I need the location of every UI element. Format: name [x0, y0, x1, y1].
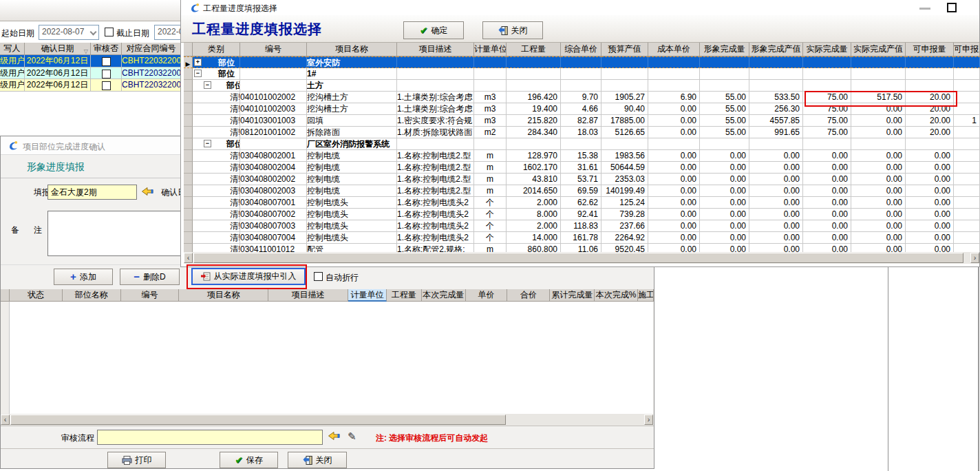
scroll-right-icon[interactable]: › — [644, 415, 653, 425]
edit-pen-icon[interactable]: ✎ — [348, 430, 356, 443]
cell-category: 清! — [193, 150, 240, 162]
ok-button[interactable]: ✔ 确定 — [403, 21, 464, 39]
close-button[interactable]: 关闭 — [482, 21, 543, 39]
collapse-minus-icon[interactable]: − — [204, 140, 211, 147]
print-button[interactable]: 打印 — [107, 452, 166, 468]
cell-cost-price: 0.00 — [648, 197, 700, 209]
grid-row[interactable]: 清!030408007002控制电缆头1.名称:控制电缆头2个8.00092.4… — [184, 209, 980, 220]
close-button[interactable]: 关闭 — [288, 452, 347, 468]
cell-claim-qty: 0.00 — [906, 174, 954, 185]
cell-actual-value: 0.00 — [851, 174, 906, 185]
audit-checkbox[interactable] — [102, 81, 111, 90]
grid-row[interactable]: 清!030408007001控制电缆头1.名称:控制电缆头2个2.00062.6… — [184, 197, 980, 209]
grid-row[interactable]: ▶+部位室外安防 — [184, 56, 980, 68]
cell-name: 室外安防 — [307, 56, 397, 68]
bg-table-row[interactable]: 级用户2022年06月12日CBHT220322002 — [0, 55, 181, 67]
grid-row[interactable]: 清!040103001003回填1.密实度要求:符合规m3215.82082.8… — [184, 115, 980, 127]
chevron-down-icon — [90, 29, 97, 36]
bg-table-row[interactable]: 级用户2022年06月12日CBHT220322002 — [0, 67, 181, 80]
dialog-titlebar[interactable]: 工程量进度填报选择 — [181, 0, 979, 15]
grid-header-desc[interactable]: 项目描述 — [397, 43, 474, 56]
grid-header-actual-value[interactable]: 实际完成产值 — [851, 43, 906, 56]
grid-row[interactable]: 清!081201001002拆除路面1.材质:拆除现状路面m2284.34018… — [184, 127, 980, 138]
bg-header-confirm-date[interactable]: 确认日期▽ — [25, 43, 91, 55]
bg-header-contract-no[interactable]: 对应合同编号 — [122, 43, 181, 55]
grid-header-unit[interactable]: 计量单位 — [474, 43, 507, 56]
cell-desc: 1.名称:控制电缆头2 — [397, 209, 474, 220]
cell-user: 级用户 — [0, 67, 25, 80]
grid-row[interactable]: 清!030408002003控制电缆1.名称:控制电缆2.型m2014.6506… — [184, 185, 980, 197]
confirm-header-cumulative-qty[interactable]: 累计完成量 — [550, 289, 595, 302]
confirm-header-construction[interactable]: 施工 — [638, 289, 654, 302]
confirm-header-current-pct[interactable]: 本次完成% — [595, 289, 638, 302]
cell-qty: 8.000 — [507, 209, 561, 220]
start-date-combo[interactable]: 2022-08-07 — [39, 25, 99, 40]
end-date-checkbox[interactable] — [105, 28, 114, 36]
grid-header-img-value[interactable]: 形象完成产值 — [749, 43, 803, 56]
confirm-header-unit[interactable]: 计量单位 — [348, 289, 387, 302]
save-button[interactable]: ✔ 保存 — [220, 452, 278, 468]
confirm-header-code[interactable]: 编号 — [121, 289, 180, 302]
confirm-header-unit-price[interactable]: 单价 — [466, 289, 508, 302]
confirm-header-name[interactable]: 项目名称 — [179, 289, 268, 302]
confirm-grid-body[interactable] — [1, 302, 653, 414]
grid-row[interactable]: 清!030408007004控制电缆头1.名称:控制电缆头2个14.000161… — [184, 232, 980, 244]
grid-row[interactable]: 清!030408007003控制电缆头1.名称:控制电缆头2个2.000118.… — [184, 220, 980, 232]
grid-header-name[interactable]: 项目名称 — [307, 43, 397, 56]
grid-row[interactable]: −部位厂区室外消防报警系统 — [184, 138, 980, 150]
grid-row[interactable]: −部位土方 — [184, 80, 980, 92]
cell-selector: ▶ — [184, 56, 193, 68]
delete-button[interactable]: − 删除D — [120, 269, 180, 285]
cell-selector — [184, 185, 193, 197]
grid-row[interactable]: 清!030408002002控制电缆1.名称:控制电缆2.型m43.81053.… — [184, 174, 980, 185]
hand-picker-icon[interactable] — [142, 187, 153, 197]
audit-checkbox[interactable] — [102, 70, 111, 78]
confirm-header-desc[interactable]: 项目描述 — [268, 289, 348, 302]
grid-row[interactable]: −部位1# — [184, 68, 980, 80]
sort-filter-icon[interactable]: ▽ — [84, 45, 88, 55]
grid-header-claim-qty[interactable]: 可申报量 — [906, 43, 954, 56]
grid-header-actual-qty[interactable]: 实际完成量 — [803, 43, 851, 56]
confirm-header-part-name[interactable]: 部位名称 — [63, 289, 121, 302]
scroll-thumb[interactable] — [10, 415, 506, 425]
grid-header-img-qty[interactable]: 形象完成量 — [700, 43, 749, 56]
collapse-minus-icon[interactable]: − — [204, 81, 211, 89]
confirm-hscrollbar[interactable]: ‹ › — [1, 414, 653, 426]
confirm-header-total-price[interactable]: 合价 — [507, 289, 550, 302]
dialog-hscrollbar[interactable]: ‹ › — [184, 252, 979, 264]
add-button[interactable]: + 添加 — [54, 269, 113, 285]
confirm-header-status[interactable]: 状态 — [10, 289, 63, 302]
confirm-header-qty[interactable]: 工程量 — [387, 289, 422, 302]
grid-header-qty[interactable]: 工程量 — [507, 43, 561, 56]
grid-header-code[interactable]: 编号 — [240, 43, 307, 56]
hand-picker-icon[interactable] — [328, 432, 340, 441]
cell-unit — [474, 138, 507, 150]
expand-plus-icon[interactable]: + — [194, 59, 202, 66]
bg-header-filler[interactable]: 写人 — [0, 43, 25, 55]
collapse-minus-icon[interactable]: − — [194, 70, 202, 77]
cell-claim-qty: 0.00 — [906, 244, 954, 252]
grid-header-category[interactable]: 类别 — [193, 43, 240, 56]
scroll-thumb[interactable] — [193, 253, 963, 263]
grid-header-cost-price[interactable]: 成本单价 — [648, 43, 700, 56]
scroll-right-icon[interactable]: › — [970, 253, 979, 263]
bg-header-audit[interactable]: 审核否 — [91, 43, 122, 55]
cell-img-qty: 55.00 — [700, 103, 749, 115]
minimize-icon[interactable] — [919, 8, 930, 10]
project-input[interactable] — [47, 185, 137, 200]
confirm-header-current-qty[interactable]: 本次完成量 — [422, 289, 466, 302]
cell-category: +部位 — [193, 56, 240, 68]
grid-header-budget-value[interactable]: 预算产值 — [601, 43, 648, 56]
scroll-left-icon[interactable]: ‹ — [1, 415, 10, 425]
grid-row[interactable]: 清!030408002001控制电缆1.名称:控制电缆2.型m128.97015… — [184, 150, 980, 162]
autowrap-checkbox[interactable] — [314, 272, 323, 281]
grid-row[interactable]: 清!030408002004控制电缆1.名称:控制电缆2.型m1602.1703… — [184, 162, 980, 174]
maximize-icon[interactable] — [947, 3, 957, 12]
bg-table-row[interactable]: 级用户2022年06月12日CBHT220322002 — [0, 79, 181, 92]
grid-header-claim-ext[interactable]: 可申报产值 — [954, 43, 980, 56]
scroll-left-icon[interactable]: ‹ — [184, 253, 193, 263]
grid-row[interactable]: 清!030411001012配管1.名称:配管2.规格:m860.80011.0… — [184, 244, 980, 252]
audit-checkbox[interactable] — [102, 57, 111, 66]
review-flow-input[interactable] — [97, 430, 323, 445]
grid-header-unit-price[interactable]: 综合单价 — [561, 43, 601, 56]
